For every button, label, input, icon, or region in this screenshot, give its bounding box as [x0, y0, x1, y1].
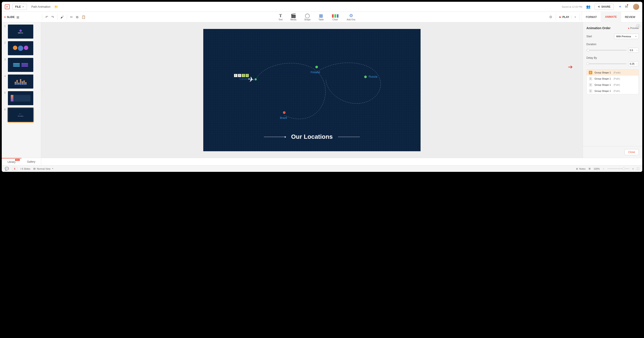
layout-grid-icon[interactable]: ▦ — [16, 15, 19, 19]
insert-media-button[interactable]: 🎬Media — [290, 13, 296, 21]
decorative-line — [338, 137, 360, 137]
view-mode-select[interactable]: ▤Normal View▼ — [33, 167, 54, 170]
slide-thumbnails-panel: 1Zylker Inc. 2 3 4 5 6▸▸✈ · · ·Our Locat… — [2, 22, 41, 158]
current-slide-number: 6 — [14, 167, 15, 170]
play-label: PLAY — [562, 16, 569, 19]
view-mode-icon: ▤ — [33, 167, 36, 170]
plus-icon: + — [4, 15, 6, 19]
start-label: Start — [586, 35, 592, 38]
animation-item[interactable]: 0Group Shape 1(Path) — [586, 76, 638, 82]
delay-slider[interactable] — [586, 63, 626, 64]
thumb-number: 1 — [4, 25, 6, 39]
play-triangle-icon: ▶ — [560, 16, 561, 19]
share-icon: ⟲ — [598, 5, 600, 8]
addons-icon: ⚙ — [349, 13, 353, 18]
insert-shape-button[interactable]: ◯Shape — [304, 13, 310, 21]
slide-canvas[interactable]: 0 0 0 0 Canada ✈ Finland Russia Brazil O… — [203, 29, 420, 151]
thumb-number: 5 — [4, 91, 6, 105]
close-button[interactable]: Close — [624, 149, 639, 155]
slide-title[interactable]: Our Locations — [291, 133, 333, 140]
redo-icon[interactable]: ↷ — [51, 15, 54, 19]
slide-thumbnail[interactable] — [8, 58, 33, 72]
notification-bell-icon[interactable]: ✦ — [618, 5, 622, 9]
slide-thumbnail[interactable] — [8, 41, 33, 55]
file-menu-button[interactable]: FILE ▼ — [12, 4, 27, 10]
delay-label: Delay By — [586, 56, 597, 59]
settings-gear-icon[interactable]: ⚙ — [549, 15, 552, 19]
undo-icon[interactable]: ↶ — [45, 15, 48, 19]
status-bar: 💬 6 / 6 Slides ▤Normal View▼ 🗎Notes ⊞ 10… — [2, 165, 642, 172]
duration-slider[interactable] — [586, 50, 626, 51]
location-finland[interactable]: Finland — [310, 71, 320, 74]
saved-status: Saved at 12:43 PM — [562, 6, 582, 8]
zoom-out-button[interactable]: − — [603, 167, 604, 170]
notes-button[interactable]: 🗎Notes — [576, 167, 586, 170]
zoom-slider[interactable] — [608, 168, 629, 169]
chevron-down-icon: ▼ — [22, 6, 24, 8]
cut-icon[interactable]: ✂ — [70, 15, 73, 19]
location-russia[interactable]: Russia — [369, 75, 378, 78]
app-logo-icon[interactable] — [5, 5, 10, 9]
slide-thumbnail[interactable]: Zylker Inc. — [8, 25, 33, 39]
zoom-in-button[interactable]: + — [632, 167, 634, 170]
location-brazil[interactable]: Brazil — [280, 116, 287, 119]
slide-thumbnail[interactable]: ▸▸✈ · · ·Our Locations — [8, 108, 33, 122]
animation-item[interactable]: 0Group Shape 1(Path) — [586, 88, 638, 94]
shape-icon: ◯ — [305, 13, 310, 18]
animation-order-markers[interactable]: 0 0 0 0 — [234, 74, 249, 77]
toolbar-row: + SLIDE ▦ ↶ ↷ 🖌 ✂ ⧉ 📋 𝐓Text 🎬Media ◯Shap… — [2, 12, 642, 22]
play-button[interactable]: ▶ PLAY ▼ — [558, 15, 578, 20]
tab-library[interactable]: NewLibrary — [2, 158, 22, 165]
slide-thumbnail[interactable] — [8, 75, 33, 89]
folder-icon[interactable]: 📁 — [54, 5, 58, 9]
share-button[interactable]: ⟲ SHARE — [594, 4, 614, 10]
add-slide-label: SLIDE — [7, 16, 14, 19]
panel-drag-handle-icon[interactable]: ⋮ — [41, 89, 43, 91]
insert-table-button[interactable]: ▦Table — [318, 13, 324, 21]
insert-addons-button[interactable]: ⚙Add-Ons — [347, 13, 355, 21]
zoom-level: 100% — [594, 167, 600, 170]
location-dot — [254, 78, 257, 81]
thumb-number: 3 — [4, 58, 6, 72]
svg-marker-0 — [6, 6, 8, 8]
insert-chart-button[interactable]: ▮▮▮Chart — [332, 13, 339, 21]
format-painter-icon[interactable]: 🖌 — [60, 15, 64, 19]
mail-icon[interactable]: ✉ — [625, 5, 628, 9]
play-triangle-icon: ▶ — [628, 27, 630, 29]
file-menu-label: FILE — [15, 5, 21, 8]
comments-icon[interactable]: 💬 — [5, 167, 9, 171]
tab-animate[interactable]: ANIMATE — [601, 12, 621, 22]
decorative-line — [264, 137, 286, 137]
tab-review[interactable]: REVIEW — [621, 12, 639, 22]
notes-icon: 🗎 — [576, 167, 578, 170]
insert-text-button[interactable]: 𝐓Text — [278, 13, 282, 21]
slide-title-row: Our Locations — [203, 133, 420, 140]
tab-gallery[interactable]: Gallery — [22, 158, 41, 165]
animation-item[interactable]: 0Group Shape 1(Fade) — [586, 70, 638, 76]
table-icon: ▦ — [319, 13, 323, 18]
copy-icon[interactable]: ⧉ — [76, 15, 78, 19]
thumb-number: 2 — [4, 41, 6, 55]
animate-panel: ✕ ➔ Animation Order ▶Preview Start With … — [583, 22, 642, 158]
animation-item[interactable]: 0Group Shape 1(Path) — [586, 82, 638, 88]
user-avatar[interactable] — [633, 4, 639, 10]
start-select[interactable]: With Previous▼ — [614, 34, 639, 39]
thumb-number: 4 — [4, 75, 6, 89]
collaborators-icon[interactable]: 👥 — [586, 5, 590, 9]
tab-format[interactable]: FORMAT — [582, 12, 601, 22]
panel-close-button[interactable]: ✕ — [636, 24, 640, 28]
slide-canvas-area: ⋮ 0 0 0 0 Canada ✈ Finland Russia Brazil — [41, 22, 583, 158]
add-slide-button[interactable]: + SLIDE — [4, 15, 15, 19]
chevron-down-icon: ▼ — [635, 36, 637, 38]
chart-icon: ▮▮▮ — [332, 13, 339, 18]
text-icon: 𝐓 — [279, 13, 282, 18]
fit-screen-icon[interactable]: ⛶ — [637, 167, 639, 170]
bottom-tabs-row: NewLibrary Gallery — [2, 158, 642, 165]
document-name[interactable]: Path Animation — [31, 5, 50, 8]
total-slides: / 6 Slides — [20, 167, 30, 170]
ruler-icon[interactable]: ⊞ — [588, 167, 590, 170]
paste-icon[interactable]: 📋 — [82, 15, 86, 19]
media-icon: 🎬 — [291, 13, 296, 18]
callout-arrow-icon: ➔ — [568, 64, 573, 70]
slide-thumbnail[interactable] — [8, 91, 33, 105]
